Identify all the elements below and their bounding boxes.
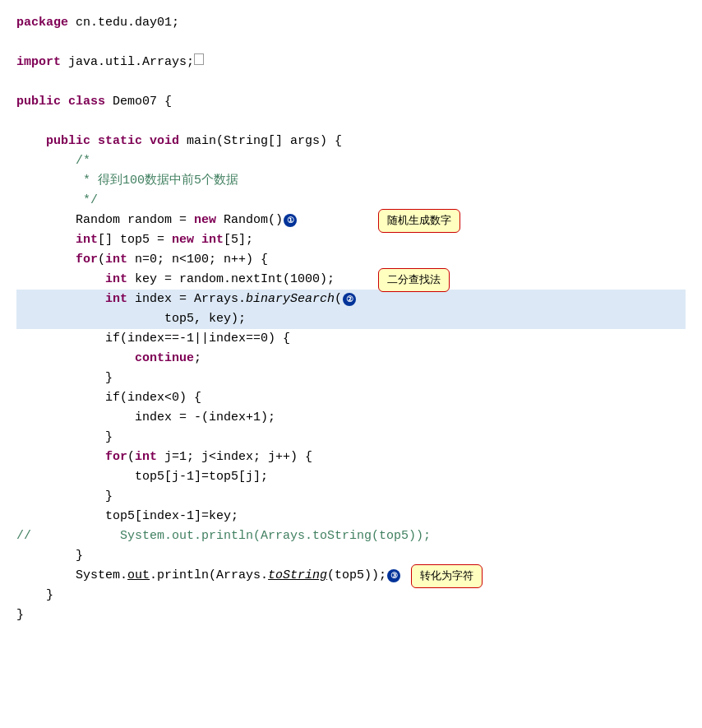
code-line: } xyxy=(16,428,686,447)
method-name: binarySearch xyxy=(246,290,335,309)
annotation-marker-2: ② xyxy=(343,293,356,306)
code-line: index = -(index+1); xyxy=(16,408,686,428)
code-line: public class Demo07 { xyxy=(16,92,686,112)
keyword: int xyxy=(105,270,127,290)
keyword: for xyxy=(105,447,127,467)
keyword: continue xyxy=(135,349,194,369)
code-line: } xyxy=(16,546,686,566)
code-line: } xyxy=(16,605,686,625)
code-line: if(index==-1||index==0) { xyxy=(16,329,686,349)
code-line: top5, key); xyxy=(16,309,686,329)
code-line xyxy=(16,72,686,92)
code-line: top5[j-1]=top5[j]; xyxy=(16,467,686,487)
keyword: for xyxy=(76,250,98,270)
keyword: public xyxy=(46,132,90,151)
code-line: top5[index-1]=key; xyxy=(16,507,686,526)
code-line: } xyxy=(16,586,686,605)
code-line: Random random = new Random()① 随机生成数字 xyxy=(16,211,686,230)
code-editor: package cn.tedu.day01; import java.util.… xyxy=(16,13,686,625)
code-line: /* xyxy=(16,151,686,171)
keyword: int xyxy=(201,230,224,250)
code-line: System.out.println(Arrays.toString(top5)… xyxy=(16,566,686,586)
keyword: int xyxy=(105,290,127,309)
cursor-block xyxy=(194,53,204,65)
code-line: public static void main(String[] args) { xyxy=(16,132,686,151)
code-line: } xyxy=(16,369,686,388)
keyword: int xyxy=(135,447,157,467)
keyword: int xyxy=(76,230,98,250)
code-line: */ xyxy=(16,191,686,211)
code-line: int index = Arrays.binarySearch(② xyxy=(16,290,686,309)
keyword: new xyxy=(194,211,216,230)
keyword: static xyxy=(98,132,142,151)
annotation-marker-3: ③ xyxy=(387,569,400,582)
annotation-bubble-2: 二分查找法 xyxy=(378,268,450,292)
code-line: package cn.tedu.day01; xyxy=(16,13,686,33)
code-line: // System.out.println(Arrays.toString(to… xyxy=(16,526,686,546)
tostring-underline: toString xyxy=(268,566,327,586)
code-line: int key = random.nextInt(1000); 二分查找法 xyxy=(16,270,686,290)
code-line xyxy=(16,33,686,53)
keyword: new xyxy=(172,230,194,250)
code-line: int[] top5 = new int[5]; xyxy=(16,230,686,250)
code-line: if(index<0) { xyxy=(16,388,686,408)
keyword: class xyxy=(68,92,105,112)
out-underline: out xyxy=(127,566,150,586)
keyword: int xyxy=(105,250,127,270)
code-line: for(int j=1; j<index; j++) { xyxy=(16,447,686,467)
code-line: for(int n=0; n<100; n++) { xyxy=(16,250,686,270)
keyword: package xyxy=(16,13,68,33)
keyword: public xyxy=(16,92,61,112)
annotation-marker-1: ① xyxy=(284,214,297,227)
code-line: import java.util.Arrays; xyxy=(16,53,686,72)
keyword: void xyxy=(150,132,179,151)
code-line: * 得到100数据中前5个数据 xyxy=(16,171,686,191)
keyword: import xyxy=(16,53,61,72)
code-line: continue; xyxy=(16,349,686,369)
code-line xyxy=(16,112,686,132)
annotation-bubble-3: 转化为字符 xyxy=(411,564,483,588)
annotation-bubble-1: 随机生成数字 xyxy=(378,209,460,233)
code-line: } xyxy=(16,487,686,507)
